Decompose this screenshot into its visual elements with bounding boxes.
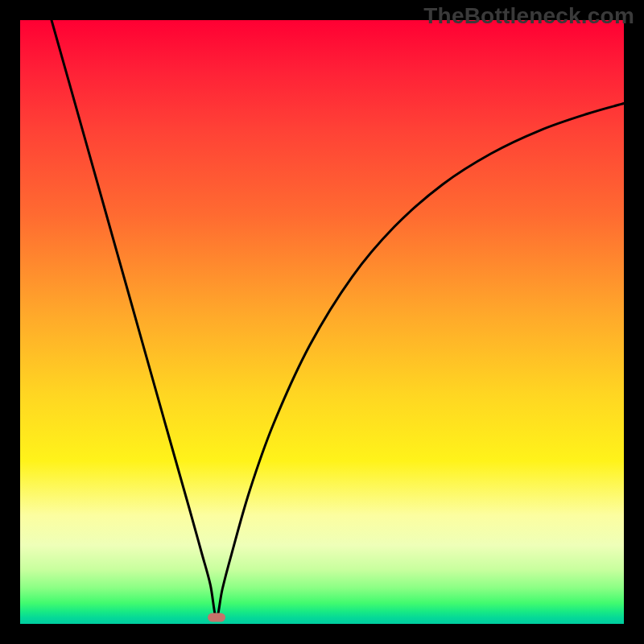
watermark-text: TheBottleneck.com (423, 3, 634, 29)
plot-area (20, 20, 624, 624)
curve-path (52, 20, 624, 617)
chart-frame: TheBottleneck.com (0, 0, 644, 644)
minimum-marker (208, 613, 225, 621)
bottleneck-curve (20, 20, 624, 624)
